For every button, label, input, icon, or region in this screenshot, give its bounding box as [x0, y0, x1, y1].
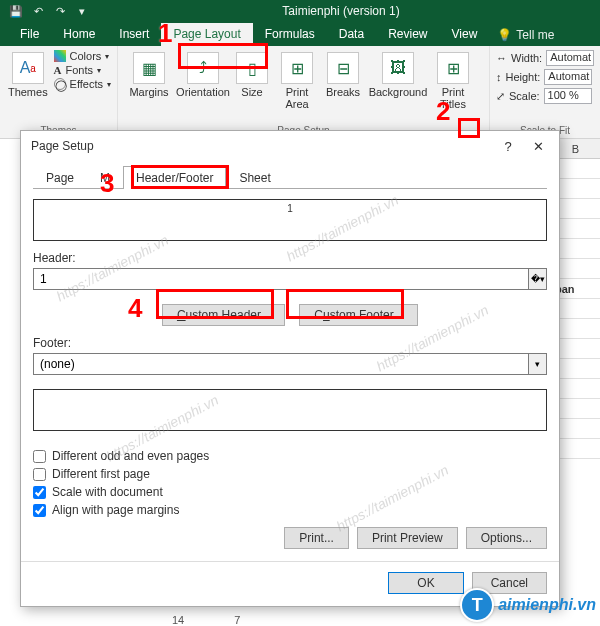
callout-2: 2: [436, 96, 450, 127]
tab-page-layout[interactable]: Page Layout: [161, 23, 252, 46]
width-label: Width:: [511, 52, 542, 64]
page-setup-dialog: Page Setup ? ✕ Page M Header/Footer Shee…: [20, 130, 560, 607]
chk-scale-label: Scale with document: [52, 485, 163, 499]
print-preview-label: Print Preview: [372, 531, 443, 545]
header-combo[interactable]: �▾: [33, 268, 547, 290]
background-button[interactable]: 🖼Background: [368, 50, 428, 98]
colors-icon: [54, 50, 66, 62]
chk-odd-even[interactable]: Different odd and even pages: [33, 449, 547, 463]
tab-home[interactable]: Home: [51, 23, 107, 46]
dialog-close-button[interactable]: ✕: [523, 135, 553, 157]
dialog-tab-sheet[interactable]: Sheet: [226, 166, 283, 189]
print-area-button[interactable]: ⊞Print Area: [276, 50, 318, 110]
tab-insert[interactable]: Insert: [107, 23, 161, 46]
chk-first-page[interactable]: Different first page: [33, 467, 547, 481]
header-input[interactable]: [33, 268, 529, 290]
size-button[interactable]: ▯Size: [232, 50, 272, 98]
width-icon: ↔: [496, 52, 507, 64]
height-label: Height:: [506, 71, 541, 83]
scale-field[interactable]: 100 %: [544, 88, 592, 104]
footer-preview: [33, 389, 547, 431]
group-themes: Aa Themes Colors▾ AFonts▾ ◯Effects▾ Them…: [0, 46, 118, 138]
options-label: Options...: [481, 531, 532, 545]
width-field[interactable]: Automat: [546, 50, 594, 66]
themes-icon: Aa: [12, 52, 44, 84]
footer-combo[interactable]: ▾: [33, 353, 547, 375]
print-button[interactable]: Print...: [284, 527, 349, 549]
separator: [21, 561, 559, 562]
chk-scale-box[interactable]: [33, 486, 46, 499]
dialog-title: Page Setup: [31, 139, 94, 153]
themes-label: Themes: [8, 86, 48, 98]
tab-formulas[interactable]: Formulas: [253, 23, 327, 46]
colors-button[interactable]: Colors▾: [54, 50, 111, 62]
fonts-button[interactable]: AFonts▾: [54, 64, 111, 76]
orientation-label: Orientation: [176, 86, 230, 98]
breaks-icon: ⊟: [327, 52, 359, 84]
custom-header-button[interactable]: CCustom Header...ustom Header...: [162, 304, 285, 326]
qat-dropdown-icon[interactable]: ▾: [74, 3, 90, 19]
chevron-down-icon: ▾: [107, 80, 111, 89]
save-icon[interactable]: 💾: [8, 3, 24, 19]
margins-label: Margins: [129, 86, 168, 98]
print-preview-button[interactable]: Print Preview: [357, 527, 458, 549]
ribbon-tabs: File Home Insert Page Layout Formulas Da…: [0, 22, 600, 46]
height-icon: ↕: [496, 71, 502, 83]
dialog-tab-page[interactable]: Page: [33, 166, 87, 189]
callout-4: 4: [128, 293, 142, 324]
row-numbers: 14 7: [172, 614, 240, 626]
tab-file[interactable]: File: [8, 23, 51, 46]
chk-scale[interactable]: Scale with document: [33, 485, 547, 499]
dialog-tab-header-footer[interactable]: Header/Footer: [123, 166, 226, 189]
height-field[interactable]: Automat: [544, 69, 592, 85]
chk-align-label: Align with page margins: [52, 503, 179, 517]
themes-button[interactable]: Aa Themes: [6, 50, 50, 98]
row-num: 7: [234, 614, 240, 626]
redo-icon[interactable]: ↷: [52, 3, 68, 19]
size-label: Size: [241, 86, 262, 98]
group-scale: ↔Width:Automat ↕Height:Automat ⤢Scale:10…: [490, 46, 600, 138]
quick-access-toolbar: 💾 ↶ ↷ ▾: [8, 3, 90, 19]
chevron-down-icon: ▾: [97, 66, 101, 75]
footer-label: Footer:: [33, 336, 547, 350]
margins-button[interactable]: ▦Margins: [124, 50, 174, 98]
header-dropdown-icon[interactable]: �▾: [529, 268, 547, 290]
fonts-label: Fonts: [66, 64, 94, 76]
tell-me[interactable]: 💡 Tell me: [489, 24, 562, 46]
chk-first-page-label: Different first page: [52, 467, 150, 481]
options-button[interactable]: Options...: [466, 527, 547, 549]
print-area-label: Print Area: [285, 86, 308, 110]
breaks-button[interactable]: ⊟Breaks: [322, 50, 364, 98]
dialog-help-button[interactable]: ?: [493, 135, 523, 157]
chk-align-box[interactable]: [33, 504, 46, 517]
orientation-button[interactable]: ⤴Orientation: [178, 50, 228, 98]
row-num: 14: [172, 614, 184, 626]
header-preview: 1: [33, 199, 547, 241]
ok-label: OK: [417, 576, 434, 590]
footer-dropdown-icon[interactable]: ▾: [529, 353, 547, 375]
header-label: Header:: [33, 251, 547, 265]
callout-3: 3: [100, 168, 114, 199]
logo-text: aimienphi.vn: [498, 596, 596, 614]
chk-odd-even-box[interactable]: [33, 450, 46, 463]
colors-label: Colors: [70, 50, 102, 62]
chevron-down-icon: ▾: [105, 52, 109, 61]
print-titles-icon: ⊞: [437, 52, 469, 84]
callout-1: 1: [158, 18, 172, 49]
chk-first-page-box[interactable]: [33, 468, 46, 481]
ok-button[interactable]: OK: [388, 572, 463, 594]
undo-icon[interactable]: ↶: [30, 3, 46, 19]
tab-data[interactable]: Data: [327, 23, 376, 46]
breaks-label: Breaks: [326, 86, 360, 98]
chk-align[interactable]: Align with page margins: [33, 503, 547, 517]
tab-view[interactable]: View: [440, 23, 490, 46]
chk-odd-even-label: Different odd and even pages: [52, 449, 209, 463]
custom-footer-button[interactable]: Custom Footer...: [299, 304, 418, 326]
tab-review[interactable]: Review: [376, 23, 439, 46]
ribbon: Aa Themes Colors▾ AFonts▾ ◯Effects▾ Them…: [0, 46, 600, 139]
scale-label: Scale:: [509, 90, 540, 102]
print-label: Print...: [299, 531, 334, 545]
logo-icon: T: [460, 588, 494, 622]
footer-input[interactable]: [33, 353, 529, 375]
effects-button[interactable]: ◯Effects▾: [54, 78, 111, 90]
